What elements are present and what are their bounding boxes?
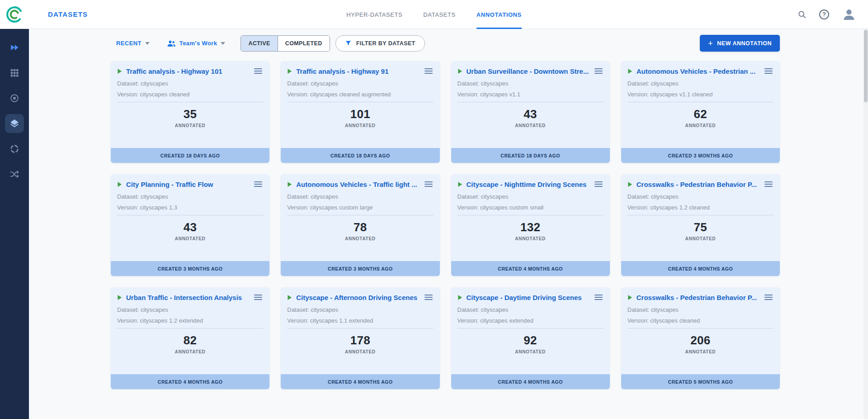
card-title[interactable]: Urban Surveillance - Downtown Stre... [467,67,590,75]
card-title[interactable]: Autonomous Vehicles - Traffic light ... [296,181,419,188]
app-logo[interactable] [0,5,29,24]
avatar[interactable] [842,7,856,22]
card-title[interactable]: Urban Traffic - Intersection Analysis [126,294,249,301]
play-icon[interactable] [287,295,292,300]
sidebar [0,29,29,419]
card-title[interactable]: City Planning - Traffic Flow [126,181,249,188]
annotated-count: 82 [117,333,263,348]
annotation-card[interactable]: City Planning - Traffic Flow Dataset: ci… [111,174,269,276]
annotation-card[interactable]: Autonomous Vehicles - Pedestrian ... Dat… [621,61,780,163]
sidebar-item-annotations[interactable] [5,114,24,133]
annotation-card[interactable]: Cityscape - Nighttime Driving Scenes Dat… [451,174,610,276]
scope-dropdown[interactable]: Team's Work [167,40,226,47]
tab-datasets[interactable]: DATASETS [423,0,456,29]
page-title: DATASETS [48,10,88,18]
annotation-card[interactable]: Traffic analysis - Highway 91 Dataset: c… [281,61,439,163]
annotated-label: ANNOTATED [458,123,604,128]
play-icon[interactable] [458,181,462,187]
card-title[interactable]: Cityscape - Nighttime Driving Scenes [467,181,590,188]
menu-icon[interactable] [424,67,434,75]
menu-icon[interactable] [253,180,263,188]
card-version: Version: cityscapes 1.1 extended [287,317,433,324]
card-body: Autonomous Vehicles - Traffic light ... … [281,174,439,261]
layers-icon [9,118,20,129]
topbar: DATASETS HYPER-DATASETS DATASETS ANNOTAT… [0,0,868,29]
card-created-badge: CREATED 4 MONTHS AGO [451,374,610,389]
annotation-card[interactable]: Urban Surveillance - Downtown Stre... Da… [451,61,610,163]
menu-icon[interactable] [253,293,263,301]
card-version: Version: cityscapes extended [458,317,604,324]
annotated-label: ANNOTATED [627,236,774,241]
annotated-count: 62 [627,107,774,121]
scrollbar-track[interactable] [863,29,868,419]
annotated-count: 35 [117,107,263,121]
annotation-card[interactable]: Urban Traffic - Intersection Analysis Da… [111,287,269,389]
menu-icon[interactable] [764,180,774,188]
card-title[interactable]: Cityscape - Afternoon Driving Scenes [296,294,419,301]
scrollbar-thumb[interactable] [864,30,868,102]
sidebar-item-browser[interactable] [5,89,24,108]
card-header: Autonomous Vehicles - Pedestrian ... [627,67,774,75]
sidebar-item-start[interactable] [5,38,24,57]
menu-icon[interactable] [594,67,604,75]
menu-icon[interactable] [594,293,604,301]
card-title[interactable]: Autonomous Vehicles - Pedestrian ... [637,67,760,75]
card-divider [627,215,774,215]
card-body: Traffic analysis - Highway 101 Dataset: … [111,61,269,148]
scope-dropdown-label: Team's Work [179,40,217,47]
annotation-card[interactable]: Autonomous Vehicles - Traffic light ... … [281,174,439,276]
search-icon[interactable] [797,10,807,19]
play-icon[interactable] [117,181,122,187]
play-icon[interactable] [287,68,292,74]
annotation-cards-grid: Traffic analysis - Highway 101 Dataset: … [111,61,780,389]
card-title[interactable]: Crosswalks - Pedestrian Behavior P... [637,294,760,301]
play-icon[interactable] [627,181,632,187]
menu-icon[interactable] [424,180,434,188]
sidebar-item-datasets[interactable] [5,63,24,82]
plus-icon: + [708,39,713,48]
annotated-count: 92 [458,333,604,348]
sidebar-item-pipelines[interactable] [5,165,24,184]
card-title[interactable]: Traffic analysis - Highway 91 [296,67,419,75]
card-title[interactable]: Crosswalks - Pedestrian Behavior P... [637,181,760,188]
annotation-card[interactable]: Crosswalks - Pedestrian Behavior P... Da… [621,174,780,276]
menu-icon[interactable] [253,67,263,75]
chevron-down-icon [145,42,150,45]
play-icon[interactable] [287,181,292,187]
play-icon[interactable] [458,295,462,300]
menu-icon[interactable] [594,180,604,188]
annotated-label: ANNOTATED [117,236,263,241]
team-icon [167,40,176,47]
annotated-count: 43 [117,220,263,234]
play-icon[interactable] [117,295,122,300]
toggle-active-button[interactable]: ACTIVE [241,36,277,51]
menu-icon[interactable] [424,293,434,301]
sort-dropdown[interactable]: RECENT [116,40,150,47]
play-icon[interactable] [627,295,632,300]
tab-hyper-datasets[interactable]: HYPER-DATASETS [346,0,402,29]
card-dataset: Dataset: cityscapes [458,306,604,313]
annotated-label: ANNOTATED [117,349,263,354]
card-version: Version: cityscapes custom small [458,204,604,211]
annotation-card[interactable]: Cityscape - Afternoon Driving Scenes Dat… [281,287,439,389]
menu-icon[interactable] [764,67,774,75]
menu-icon[interactable] [764,293,774,301]
annotation-card[interactable]: Crosswalks - Pedestrian Behavior P... Da… [621,287,780,389]
card-title[interactable]: Cityscape - Daytime Driving Scenes [467,294,590,301]
card-created-badge: CREATED 18 DAYS AGO [451,148,610,163]
help-icon[interactable]: ? [819,10,829,19]
card-title[interactable]: Traffic analysis - Highway 101 [126,67,249,75]
annotation-card[interactable]: Cityscape - Daytime Driving Scenes Datas… [451,287,610,389]
filter-by-dataset-button[interactable]: FILTER BY DATASET [335,35,425,52]
tab-annotations[interactable]: ANNOTATIONS [476,0,522,29]
play-icon[interactable] [117,68,122,74]
annotation-card[interactable]: Traffic analysis - Highway 101 Dataset: … [111,61,269,163]
card-body: Crosswalks - Pedestrian Behavior P... Da… [621,287,780,374]
play-icon[interactable] [627,68,632,74]
toggle-completed-button[interactable]: COMPLETED [278,36,330,51]
new-annotation-button[interactable]: + NEW ANNOTATION [700,35,780,52]
sidebar-item-models[interactable] [5,139,24,158]
card-version: Version: cityscapes 1.2 extended [117,317,263,324]
play-icon[interactable] [458,68,462,74]
annotated-count: 178 [287,333,433,348]
